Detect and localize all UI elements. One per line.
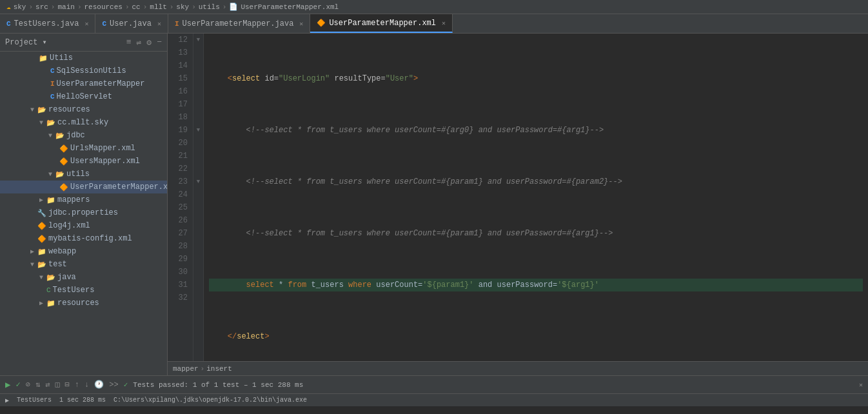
tab-label-user-param-mapper-java: UserParameterMapper.java: [182, 19, 294, 28]
breadcrumb-utils[interactable]: utils: [199, 3, 220, 11]
tab-test-users[interactable]: C TestUsers.java ✕: [0, 14, 95, 33]
tree-expand-utils2[interactable]: ▼: [46, 171, 54, 178]
status-time: 1 sec 288 ms: [59, 397, 106, 404]
fold-arrow-19[interactable]: ▼: [197, 127, 200, 133]
tab-bar: C TestUsers.java ✕ C User.java ✕ I UserP…: [0, 14, 868, 34]
sidebar-icon-split[interactable]: ⇌: [137, 37, 142, 48]
sidebar-title: Project ▾: [5, 37, 126, 47]
sidebar-label-log4j: log4j.xml: [48, 221, 90, 230]
run-bar: ▶ ✓ ⊘ ⇅ ⇄ ◫ ⊟ ↑ ↓ 🕐 >> ✓ Tests passed: 1…: [0, 375, 868, 393]
tab-close-upx[interactable]: ✕: [442, 19, 446, 27]
run-icon-3[interactable]: ◫: [55, 380, 59, 389]
tab-close-upj[interactable]: ✕: [299, 20, 303, 28]
status-test-label: TestUsers: [17, 397, 52, 404]
status-java-exe: C:\Users\xpilang\.jdks\openjdk-17.0.2\bi…: [113, 397, 307, 404]
sidebar-icon-align[interactable]: ≡: [126, 37, 132, 48]
sidebar-item-resources[interactable]: ▼ 📂 resources: [0, 103, 167, 116]
sidebar-item-mappers[interactable]: ▶ 📁 mappers: [0, 193, 167, 206]
run-stop-button[interactable]: ⊘: [26, 380, 30, 389]
sidebar-label-resources2: resources: [57, 299, 99, 308]
tab-close-test-users[interactable]: ✕: [84, 20, 88, 28]
sidebar-item-test-users[interactable]: C TestUsers: [0, 284, 167, 297]
tab-user[interactable]: C User.java ✕: [95, 14, 168, 33]
breadcrumb-main[interactable]: main: [57, 3, 74, 11]
tab-icon-c2: C: [102, 20, 106, 28]
breadcrumb-bar: ☁ sky › src › main › resources › cc › ml…: [0, 0, 868, 14]
run-icon-5[interactable]: ↑: [75, 380, 79, 389]
tree-expand-webapp[interactable]: ▶: [28, 248, 36, 255]
sidebar-item-hello-servlet[interactable]: C HelloServlet: [0, 90, 167, 103]
sidebar-item-jdbc[interactable]: ▼ 📂 jdbc: [0, 129, 167, 142]
run-play-button[interactable]: ▶: [5, 379, 10, 390]
tree-expand-mappers[interactable]: ▶: [37, 196, 45, 204]
sidebar-label-jdbc-props: jdbc.properties: [48, 208, 118, 217]
tab-label-test-users: TestUsers.java: [14, 19, 79, 28]
tree-expand-resources[interactable]: ▼: [28, 106, 36, 113]
sidebar-icon-gear[interactable]: ⚙: [146, 37, 152, 48]
tab-user-param-mapper-java[interactable]: I UserParameterMapper.java ✕: [168, 14, 310, 33]
tab-icon-c: C: [6, 20, 11, 28]
sidebar-item-sql-session-utils[interactable]: C SqlSessionUtils: [0, 64, 167, 77]
editor-breadcrumb-insert[interactable]: insert: [206, 365, 232, 373]
sidebar-item-test[interactable]: ▼ 📂 test: [0, 258, 167, 271]
run-icon-clock[interactable]: 🕐: [94, 380, 104, 389]
fold-arrow-12[interactable]: ▼: [197, 37, 200, 43]
c-icon: C: [50, 67, 55, 75]
run-icon-4[interactable]: ⊟: [65, 380, 70, 389]
sidebar-item-utils2[interactable]: ▼ 📂 utils: [0, 168, 167, 181]
sidebar-item-utils[interactable]: 📁 Utils: [0, 52, 167, 64]
sidebar-item-jdbc-props[interactable]: 🔧 jdbc.properties: [0, 206, 167, 219]
run-bar-close[interactable]: ✕: [859, 381, 863, 389]
tree-expand-cc[interactable]: ▼: [37, 119, 45, 126]
run-label: Tests passed: 1 of 1 test – 1 sec 288 ms: [133, 381, 303, 389]
code-line-14: <!--select * from t_users where userCoun…: [209, 175, 863, 188]
breadcrumb-src[interactable]: src: [35, 3, 48, 11]
sidebar-item-cc-mllt-sky[interactable]: ▼ 📂 cc.mllt.sky: [0, 116, 167, 129]
sidebar: Project ▾ ≡ ⇌ ⚙ − 📁 Utils C SqlSessionUt…: [0, 34, 168, 375]
sidebar-label-cc-mllt-sky: cc.mllt.sky: [57, 118, 108, 127]
breadcrumb-file[interactable]: UserParameterMapper.xml: [241, 3, 339, 11]
breadcrumb-cc[interactable]: cc: [132, 3, 141, 11]
breadcrumb-sky2[interactable]: sky: [176, 3, 189, 11]
sidebar-item-user-parameter-mapper-java[interactable]: I UserParameterMapper: [0, 77, 167, 90]
tree-expand-jdbc[interactable]: ▼: [46, 132, 54, 139]
sidebar-item-users-mapper[interactable]: 🔶 UsersMapper.xml: [0, 155, 167, 168]
sidebar-label-upm-xml: UserParameterMapper.xml: [70, 182, 168, 192]
editor-breadcrumb-mapper[interactable]: mapper: [173, 365, 199, 373]
folder-icon2: 📁: [46, 196, 55, 204]
run-icon-dots[interactable]: >>: [109, 380, 118, 389]
tree-expand-test[interactable]: ▼: [28, 261, 36, 268]
run-icon-1[interactable]: ⇅: [35, 380, 40, 389]
code-content[interactable]: <select id="UserLogin" resultType="User"…: [204, 34, 868, 361]
code-area[interactable]: 12 13 14 15 16 17 18 19 20 21 22 23 24 2…: [168, 34, 868, 361]
sidebar-item-resources2[interactable]: ▶ 📁 resources: [0, 297, 167, 310]
folder-icon4: 📁: [46, 299, 55, 308]
status-bar: ▶ TestUsers 1 sec 288 ms C:\Users\xpilan…: [0, 393, 868, 406]
sidebar-item-upm-xml[interactable]: 🔶 UserParameterMapper.xml: [0, 181, 167, 193]
breadcrumb-resources[interactable]: resources: [84, 3, 122, 11]
tab-user-param-mapper-xml[interactable]: 🔶 UserParameterMapper.xml ✕: [310, 14, 453, 33]
sidebar-icon-minus[interactable]: −: [157, 37, 162, 48]
tab-label-user: User.java: [110, 19, 152, 28]
xml-icon: 🔶: [59, 144, 68, 153]
run-icon-6[interactable]: ↓: [84, 380, 89, 389]
sidebar-header: Project ▾ ≡ ⇌ ⚙ −: [0, 34, 167, 52]
run-check-button[interactable]: ✓: [15, 380, 20, 389]
sidebar-item-java[interactable]: ▼ 📂 java: [0, 271, 167, 284]
sidebar-label-test-users: TestUsers: [53, 286, 95, 295]
status-icon: ▶: [5, 397, 9, 404]
run-icon-2[interactable]: ⇄: [45, 380, 50, 389]
fold-arrow-23[interactable]: ▼: [197, 179, 200, 185]
breadcrumb-mllt[interactable]: mllt: [150, 3, 166, 11]
sidebar-label-sql-session-utils: SqlSessionUtils: [57, 66, 126, 75]
tree-expand-java[interactable]: ▼: [37, 274, 45, 281]
sidebar-item-mybatis[interactable]: 🔶 mybatis-config.xml: [0, 232, 167, 245]
sidebar-item-webapp[interactable]: ▶ 📁 webapp: [0, 245, 167, 258]
log4j-icon: 🔶: [37, 222, 46, 230]
breadcrumb-sky[interactable]: sky: [14, 3, 26, 11]
tree-expand-resources2[interactable]: ▶: [37, 299, 45, 307]
code-line-13: <!--select * from t_users where userCoun…: [209, 124, 863, 137]
sidebar-item-urls-mapper[interactable]: 🔶 UrlsMapper.xml: [0, 142, 167, 155]
sidebar-item-log4j[interactable]: 🔶 log4j.xml: [0, 219, 167, 232]
tab-close-user[interactable]: ✕: [157, 20, 161, 28]
